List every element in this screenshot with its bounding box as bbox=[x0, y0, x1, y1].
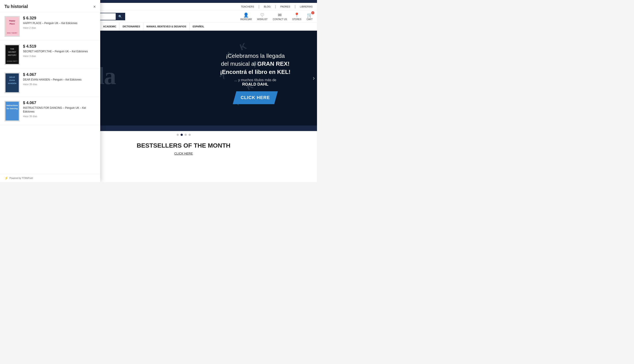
contact-icon-item[interactable]: ✉ CONTACT US bbox=[273, 12, 287, 20]
svg-text:DONNA
TARTT: DONNA TARTT bbox=[7, 60, 18, 62]
titan-footer: ⚡ Powered by TITANPush bbox=[0, 174, 100, 182]
history-item-info: $ 4.519 SECRET HISTORY,THE – Penguin UK … bbox=[23, 44, 96, 57]
history-item-time: Hace 39 días bbox=[23, 83, 96, 86]
hero-subheadline: ... y muchos títulos más deROALD DAHL bbox=[220, 78, 291, 87]
svg-text:Place: Place bbox=[10, 23, 15, 25]
history-item-title: INSTRUCTIONS FOR DANCING – Penguin UK – … bbox=[23, 106, 96, 114]
svg-text:EVAN: EVAN bbox=[10, 79, 15, 82]
secondary-nav-librerias[interactable]: LIBRERÍAS bbox=[300, 5, 313, 8]
search-button[interactable]: 🔍 bbox=[116, 13, 125, 20]
carousel-dot-4[interactable] bbox=[189, 134, 191, 136]
history-header: Tu historial × bbox=[0, 0, 100, 12]
nav-dictionaries[interactable]: DICTIONARIES bbox=[120, 22, 143, 30]
carousel-dot-1[interactable] bbox=[177, 134, 179, 136]
history-item-title: DEAR EVAN HANSEN – Penguin – Kel Edicion… bbox=[23, 78, 96, 82]
header-icons: 👤 INGRESAR ♡ WISHLIST ✉ CONTACT US 📍 STO… bbox=[240, 12, 313, 20]
nav-espanol[interactable]: ESPAÑOL bbox=[190, 22, 207, 30]
history-item[interactable]: HappyPlace EMILY HENRY $ 6.329 HAPPY PLA… bbox=[0, 12, 100, 40]
history-item-info: $ 6.329 HAPPY PLACE – Penguin UK – Kel E… bbox=[23, 16, 96, 29]
svg-text:Happy: Happy bbox=[9, 20, 15, 22]
sep3: | bbox=[294, 5, 295, 8]
ingresar-label: INGRESAR bbox=[240, 18, 252, 20]
history-item-price: $ 4.519 bbox=[23, 44, 96, 49]
wishlist-icon-item[interactable]: ♡ WISHLIST bbox=[257, 12, 268, 20]
hero-click-here-button[interactable]: CLICK HERE bbox=[233, 91, 278, 104]
titan-logo: Powered by TITANPush bbox=[10, 177, 33, 179]
history-item-time: Hace 3 días bbox=[23, 55, 96, 57]
svg-text:HISTORY: HISTORY bbox=[8, 54, 17, 56]
history-title: Tu historial bbox=[5, 4, 28, 9]
mail-icon: ✉ bbox=[278, 12, 282, 18]
wishlist-label: WISHLIST bbox=[257, 18, 268, 20]
history-item-time: Hace 39 días bbox=[23, 115, 96, 118]
nav-manias[interactable]: MANIAS, BENTEVEO & DESAFIOS bbox=[143, 22, 189, 30]
svg-text:Instructions: Instructions bbox=[7, 104, 18, 106]
carousel-dot-3[interactable] bbox=[185, 134, 187, 136]
history-item-time: Hace 2 días bbox=[23, 26, 96, 29]
svg-text:for Dancing: for Dancing bbox=[7, 108, 18, 110]
user-icon: 👤 bbox=[243, 12, 249, 18]
history-item-price: $ 4.067 bbox=[23, 72, 96, 77]
secondary-nav-teachers[interactable]: TEACHERS bbox=[241, 5, 254, 8]
svg-text:EMILY HENRY: EMILY HENRY bbox=[7, 32, 18, 34]
book-cover-img: DEAREVANHANSEN bbox=[5, 72, 20, 93]
history-panel: Tu historial × HappyPlace EMILY HENRY $ … bbox=[0, 0, 100, 182]
secondary-nav-padres[interactable]: PADRES bbox=[280, 5, 290, 8]
nav-academic[interactable]: ACADEMIC bbox=[100, 22, 120, 30]
titan-icon: ⚡ bbox=[5, 176, 8, 180]
svg-text:THE: THE bbox=[10, 48, 14, 50]
history-item-title: HAPPY PLACE – Penguin UK – Kel Ediciones bbox=[23, 22, 96, 25]
history-close-button[interactable]: × bbox=[93, 4, 96, 9]
cart-badge: 2 bbox=[311, 11, 314, 14]
hero-next-arrow[interactable]: › bbox=[313, 74, 315, 82]
deco-k-1: K bbox=[238, 41, 248, 52]
contact-label: CONTACT US bbox=[273, 18, 287, 20]
hero-headline: ¡Celebramos la llegadadel musical al GRA… bbox=[220, 52, 291, 76]
carousel-dot-2[interactable] bbox=[181, 134, 183, 136]
sep2: | bbox=[275, 5, 276, 8]
stores-icon-item[interactable]: 📍 STORES bbox=[292, 12, 301, 20]
location-icon: 📍 bbox=[294, 12, 300, 18]
history-item-info: $ 4.067 DEAR EVAN HANSEN – Penguin – Kel… bbox=[23, 72, 96, 86]
history-item-price: $ 4.067 bbox=[23, 100, 96, 105]
cart-label: CART bbox=[307, 18, 313, 20]
svg-text:DEAR: DEAR bbox=[9, 76, 15, 78]
history-item[interactable]: DEAREVANHANSEN $ 4.067 DEAR EVAN HANSEN … bbox=[0, 69, 100, 97]
secondary-nav-blog[interactable]: BLOG bbox=[264, 5, 271, 8]
hero-right: ¡Celebramos la llegadadel musical al GRA… bbox=[220, 52, 291, 104]
book-cover-img: THESECRETHISTORY DONNA TARTT bbox=[5, 44, 20, 65]
stores-label: STORES bbox=[292, 18, 301, 20]
svg-text:SECRET: SECRET bbox=[8, 51, 16, 53]
history-item-title: SECRET HISTORY,THE – Penguin UK – Kel Ed… bbox=[23, 50, 96, 54]
book-cover-img: Instructionsfor Dancing bbox=[5, 100, 20, 122]
svg-text:HANSEN: HANSEN bbox=[8, 82, 16, 84]
ingresar-icon-item[interactable]: 👤 INGRESAR bbox=[240, 12, 252, 20]
book-cover-img: HappyPlace EMILY HENRY bbox=[5, 16, 20, 37]
history-list: HappyPlace EMILY HENRY $ 6.329 HAPPY PLA… bbox=[0, 12, 100, 174]
sep1: | bbox=[259, 5, 259, 8]
history-item-price: $ 6.329 bbox=[23, 16, 96, 20]
heart-icon: ♡ bbox=[260, 12, 264, 18]
history-item[interactable]: THESECRETHISTORY DONNA TARTT $ 4.519 SEC… bbox=[0, 40, 100, 69]
cart-icon-item[interactable]: 🛒 2 CART bbox=[307, 12, 313, 20]
cart-icon: 🛒 2 bbox=[307, 12, 312, 18]
history-item[interactable]: Instructionsfor Dancing $ 4.067 INSTRUCT… bbox=[0, 97, 100, 125]
history-item-info: $ 4.067 INSTRUCTIONS FOR DANCING – Pengu… bbox=[23, 100, 96, 118]
